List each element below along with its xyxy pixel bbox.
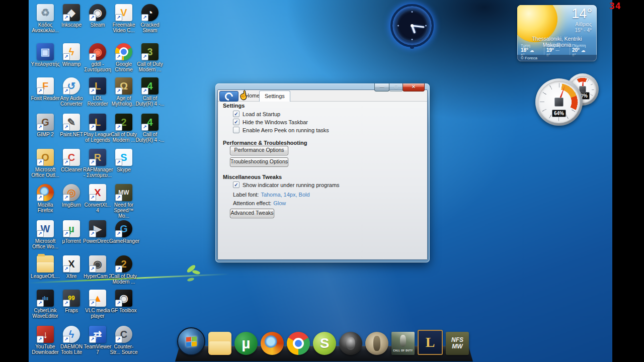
desktop-icon-cracked-steam[interactable]: ◔↗Cracked Steam [135,4,165,33]
checkbox-load-at-startup[interactable]: ✓ [233,111,239,117]
performance-options-button[interactable]: Performance Options [230,146,288,155]
desktop-icon-microsoft-office-outlook[interactable]: O↗Microsoft Office Outl... [31,149,60,178]
desktop-icon-hypercam-2[interactable]: ◉↗HyperCam 2 [83,255,112,279]
checkbox-row-show-indicator-running[interactable]: ✓Show indicator under running programs [233,181,340,189]
dock-icon-start-orb[interactable] [177,327,205,355]
screen: 34 ♻Κάδος Ανακύκλω...◆↗Inkscape◉↗SteamV↗… [0,0,644,362]
mozilla-firefox-icon: ↗ [37,184,54,201]
field-value-attention-effect[interactable]: Glow [273,200,286,206]
desktop-icon-counter-strike-source[interactable]: C↗Counter-Str... Source [109,326,138,355]
desktop-icon-steam[interactable]: ◉↗Steam [83,4,112,28]
cloud-icon: ☁ [530,48,534,53]
desktop-icon-ccleaner[interactable]: C↗CCleaner [57,149,86,172]
desktop-icon-paint-net[interactable]: ✎↗Paint.NET [57,114,86,137]
shortcut-arrow-icon: ↗ [89,336,96,343]
desktop-icon-convertxtodvd-4[interactable]: X↗ConvertXt... 4 [83,184,112,213]
dock-icon-skype[interactable]: S [313,332,336,355]
minimize-button[interactable]: — [374,83,389,92]
desktop-icon-fraps[interactable]: 99↗Fraps [57,290,86,313]
cod-modern-warfare-3-icon: 3↗ [141,43,158,60]
desktop-icon-inkscape[interactable]: ◆↗Inkscape [57,4,86,28]
steam-icon: ◉↗ [89,4,106,21]
weather-condition: Αίθριος [575,22,592,27]
desktop-icon-label: Mozilla Firefox [31,202,60,213]
settings-checkboxes: ✓Load at Startup✓Hide the Windows Taskba… [233,110,329,134]
desktop-icon-freemake-video-converter[interactable]: V↗Freemake Video C... [109,4,138,33]
close-button[interactable]: ✕ [403,83,425,92]
desktop-icon-leagueofl-folder[interactable]: LeagueOfL... [31,255,60,279]
checkbox-enable-aero-peek[interactable] [233,127,239,133]
desktop-icon-play-league-of-legends[interactable]: L↗Play League of Legends [83,114,112,143]
dock-icon-utorrent[interactable]: µ [234,332,258,355]
checkbox-hide-windows-taskbar[interactable]: ✓ [233,119,239,125]
flag-pane [192,341,197,346]
desktop-icon-cyberlink-waveeditor[interactable]: ılıı↗CyberLink WaveEditor [31,290,60,319]
desktop-icon-cod-modern-warfare-2[interactable]: 2↗Call of Duty Modern ... [109,114,138,143]
desktop-icon-lol-recorder[interactable]: L↗LOL Recorder [83,77,112,107]
fraps-icon: 99↗ [63,290,80,307]
icon-glyph: ▣ [41,46,50,58]
checkbox-row-hide-windows-taskbar[interactable]: ✓Hide the Windows Taskbar [233,118,329,126]
desktop-icon-youtube-downloader[interactable]: ↓↗YouTube Downloader [31,326,60,355]
desktop-icon-label: GameRanger [109,238,138,244]
clock-gadget[interactable] [390,4,434,47]
desktop-icon-any-audio-converter[interactable]: ↺↗Any Audio Converter [57,77,86,107]
desktop-icon-need-for-speed-mw[interactable]: MW↗Need for Speed™ Mo... [109,184,138,219]
desktop-icon-age-of-mythology[interactable]: Ω↗Age of Mytholog... [109,77,138,107]
desktop-icon-vlc-media-player[interactable]: ▲↗VLC media player [83,290,112,319]
dock-icon-cod4-modern-warfare[interactable] [391,332,415,355]
powerdirector-icon: ▶↗ [89,220,106,237]
desktop-icon-recycle-bin[interactable]: ♻Κάδος Ανακύκλω... [31,4,60,33]
dock-icon-explorer-folder[interactable] [208,332,231,355]
checkbox-row-enable-aero-peek[interactable]: Enable Aero Peek on running tasks [233,126,329,134]
dock-icon-nfs-most-wanted[interactable]: NFS MW [446,332,469,355]
desktop-icon-xfire[interactable]: X↗Xfire [57,255,86,279]
desktop-icon-google-chrome[interactable]: ↗Google Chrome [109,43,138,72]
desktop-icon-gddl-shortcut[interactable]: ◉↗gddl - Συντόμευση [83,43,112,72]
desktop-icon-foxit-reader[interactable]: F↗Foxit Reader [31,77,60,101]
desktop-icon-teamviewer-7[interactable]: ⇄↗TeamViewer 7 [83,326,112,355]
shortcut-arrow-icon: ↗ [37,87,44,95]
dock-icon-firefox[interactable] [261,332,284,355]
app-logo-button[interactable] [219,91,238,102]
desktop-icon-imgburn[interactable]: ◎↗ImgBurn [57,184,86,208]
daemon-tools-lite-icon: ϟ↗ [63,326,80,343]
tab-settings[interactable]: Settings [259,90,290,102]
desktop-icon-label: Freemake Video C... [109,22,138,33]
dock-icon-chrome[interactable] [287,332,310,355]
troubleshooting-options-button[interactable]: Troubleshooting Options [230,157,288,167]
dock-icon-league-of-legends[interactable]: L [418,330,443,355]
desktop-icon-label: Xfire [57,274,86,279]
desktop-icon-powerdirector[interactable]: ▶↗PowerDirec... [83,220,112,244]
desktop-icon-daemon-tools-lite[interactable]: ϟ↗DAEMON Tools Lite [57,326,86,355]
desktop-icon-cod4-2[interactable]: 4↗Call of Duty(R) 4 -... [135,114,165,143]
desktop-icon-microsoft-office-word[interactable]: W↗Microsoft Office Wo... [31,220,60,249]
desktop-icon-gf-toolbox[interactable]: ◉↗GF Toolbox [109,290,138,313]
cpu-meter-gauge[interactable]: 64% [535,78,583,126]
desktop-icon-winamp[interactable]: ϟ↗Winamp [57,43,86,67]
desktop-icon-skype[interactable]: S↗Skype [109,149,138,172]
cod-modern-warfare-2-icon: 2↗ [115,114,132,131]
advanced-tweaks-button[interactable]: Advanced Tweaks [230,209,274,218]
weather-source[interactable]: © Foreca [517,55,597,61]
maximize-button[interactable]: ▢ [389,83,403,92]
desktop-icon-cod-modern-warfare-3[interactable]: 3↗Call of Duty Modern ... [135,43,165,72]
desktop-icon-gimp-2[interactable]: G↗GIMP 2 [31,114,60,137]
dock-icon-cod-modern-warfare-2[interactable] [365,332,388,355]
gameranger-icon: G↗ [115,220,132,237]
desktop-icon-gameranger[interactable]: G↗GameRanger [109,220,138,244]
desktop-icon-computer[interactable]: ▣Υπολογιστής [31,43,60,67]
weather-gadget[interactable]: 14° Αίθριος 15° - 4° Thessaloniki, Kentr… [517,5,597,61]
desktop-icon-cod-mw2-gold[interactable]: 2↗Call of Duty Modern ... [109,255,138,285]
desktop-icon-mozilla-firefox[interactable]: ↗Mozilla Firefox [31,184,60,213]
desktop-icon-cod4-1[interactable]: 4↗Call of Duty(R) 4 -... [135,77,165,107]
checkbox-show-indicator-running[interactable]: ✓ [233,182,239,188]
dock-icon-cod-modern-warfare[interactable] [339,332,362,355]
desktop-icon-label: μTorrent [57,238,86,244]
desktop-icon-rafmanager[interactable]: R↗RAFManager - Συντόμευ... [83,149,112,178]
checkbox-row-load-at-startup[interactable]: ✓Load at Startup [233,110,329,118]
desktop-icon-label: CyberLink WaveEditor [31,308,60,319]
shortcut-arrow-icon: ↗ [63,300,70,307]
field-value-label-font[interactable]: Tahoma, 14px, Bold [261,192,309,198]
desktop-icon-utorrent[interactable]: µ↗μTorrent [57,220,86,244]
